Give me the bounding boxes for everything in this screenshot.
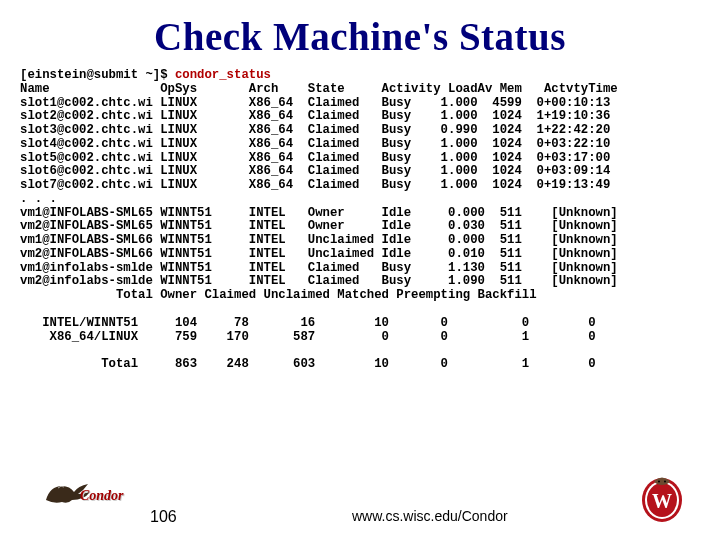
- terminal-output: [einstein@submit ~]$ condor_status Name …: [20, 69, 720, 372]
- page-number: 106: [150, 508, 177, 526]
- wisconsin-logo: W: [638, 472, 686, 524]
- svg-text:W: W: [652, 490, 672, 512]
- svg-point-5: [664, 481, 666, 483]
- svg-point-4: [658, 481, 660, 483]
- footer-url: www.cs.wisc.edu/Condor: [352, 508, 508, 524]
- slide-title: Check Machine's Status: [0, 14, 720, 59]
- condor-logo: Condor: [44, 478, 134, 510]
- command-text: condor_status: [175, 68, 271, 82]
- condor-logo-text: Condor: [80, 488, 124, 504]
- footer: Condor 106 www.cs.wisc.edu/Condor W: [0, 470, 720, 530]
